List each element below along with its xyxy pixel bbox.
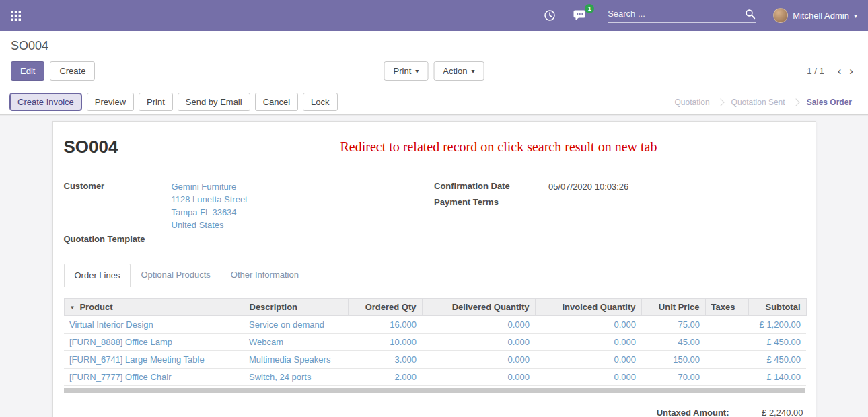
activities-clock-icon[interactable]: [544, 9, 556, 22]
quotation-template-label: Quotation Template: [64, 233, 172, 245]
print-dropdown-label: Print: [394, 66, 412, 76]
cell-invoiced-qty: 0.000: [535, 351, 641, 369]
totals-section: Untaxed Amount: £ 2,240.00: [64, 408, 805, 417]
header-invoiced-quantity: Invoiced Quantity: [535, 299, 641, 316]
table-header-row: ▼Product Description Ordered Qty Deliver…: [64, 299, 806, 316]
tab-other-information[interactable]: Other Information: [221, 264, 309, 287]
horizontal-scrollbar[interactable]: [64, 388, 805, 393]
quotation-template-value: [172, 233, 435, 245]
cell-delivered-qty: 0.000: [422, 369, 535, 386]
cell-invoiced-qty: 0.000: [535, 316, 641, 334]
user-menu[interactable]: Mitchell Admin ▾: [773, 8, 857, 23]
untaxed-amount-value: £ 2,240.00: [729, 408, 803, 417]
print-button[interactable]: Print: [139, 93, 173, 111]
apps-menu-icon[interactable]: [11, 11, 21, 21]
table-row[interactable]: Virtual Interior Design Service on deman…: [64, 316, 806, 334]
tab-order-lines[interactable]: Order Lines: [64, 264, 131, 287]
cell-product[interactable]: [FURN_7777] Office Chair: [64, 369, 244, 386]
cell-product[interactable]: [FURN_6741] Large Meeting Table: [64, 351, 244, 369]
lock-button[interactable]: Lock: [303, 93, 337, 111]
create-button[interactable]: Create: [50, 61, 95, 81]
breadcrumb: SO004: [0, 31, 868, 54]
left-field-group: Customer Gemini Furniture 1128 Lunetta S…: [64, 180, 435, 245]
user-name: Mitchell Admin: [793, 11, 849, 21]
customer-address-line[interactable]: 1128 Lunetta Street: [172, 193, 435, 206]
pager-previous-icon[interactable]: ‹: [834, 65, 846, 78]
cell-unit-price: 150.00: [641, 351, 705, 369]
action-button-row: Edit Create Print ▾ Action ▾ 1 / 1 ‹ ›: [0, 54, 868, 89]
cell-subtotal: £ 450.00: [748, 351, 806, 369]
field-groups: Customer Gemini Furniture 1128 Lunetta S…: [64, 180, 805, 245]
table-row[interactable]: [FURN_7777] Office Chair Switch, 24 port…: [64, 369, 806, 386]
send-by-email-button[interactable]: Send by Email: [178, 93, 250, 111]
cancel-button[interactable]: Cancel: [255, 93, 298, 111]
customer-address-line[interactable]: Tampa FL 33634: [172, 206, 435, 219]
search-input[interactable]: [608, 9, 745, 19]
header-taxes: Taxes: [705, 299, 748, 316]
action-dropdown-label: Action: [443, 66, 467, 76]
edit-button[interactable]: Edit: [11, 61, 44, 81]
customer-value: Gemini Furniture 1128 Lunetta Street Tam…: [172, 180, 435, 231]
header-ordered-qty: Ordered Qty: [348, 299, 422, 316]
cell-ordered-qty: 10.000: [348, 334, 422, 351]
caret-down-icon: ▾: [415, 67, 419, 75]
cell-product[interactable]: Virtual Interior Design: [64, 316, 244, 334]
messages-icon[interactable]: 1: [573, 9, 587, 22]
cell-taxes: [705, 334, 748, 351]
cell-description: Webcam: [244, 334, 348, 351]
pager-count: 1 / 1: [807, 66, 824, 76]
annotation-text: Redirect to related record on click sear…: [340, 139, 657, 155]
cell-invoiced-qty: 0.000: [535, 334, 641, 351]
cell-description: Switch, 24 ports: [244, 369, 348, 386]
untaxed-amount-label: Untaxed Amount:: [657, 408, 729, 417]
center-action-buttons: Print ▾ Action ▾: [384, 61, 484, 81]
order-lines-table: ▼Product Description Ordered Qty Deliver…: [64, 298, 805, 393]
status-step-sales-order[interactable]: Sales Order: [800, 95, 859, 110]
customer-link[interactable]: Gemini Furniture: [172, 180, 435, 193]
messages-badge: 1: [585, 4, 594, 13]
systray: 1 Mitchell Admin ▾: [526, 8, 857, 23]
confirmation-date-value: 05/07/2020 10:03:26: [542, 180, 805, 194]
cell-subtotal: £ 450.00: [748, 334, 806, 351]
preview-button[interactable]: Preview: [87, 93, 134, 111]
cell-invoiced-qty: 0.000: [535, 369, 641, 386]
cell-product[interactable]: [FURN_8888] Office Lamp: [64, 334, 244, 351]
search-icon[interactable]: [745, 9, 756, 20]
avatar: [773, 8, 788, 23]
action-dropdown[interactable]: Action ▾: [433, 61, 484, 81]
cell-unit-price: 70.00: [641, 369, 705, 386]
payment-terms-label: Payment Terms: [434, 196, 542, 211]
header-product-label: Product: [79, 302, 112, 312]
status-step-quotation-sent[interactable]: Quotation Sent: [725, 95, 792, 110]
confirmation-date-label: Confirmation Date: [434, 180, 542, 194]
cell-ordered-qty: 16.000: [348, 316, 422, 334]
payment-terms-value: [542, 196, 805, 211]
table-row[interactable]: [FURN_6741] Large Meeting Table Multimed…: [64, 351, 806, 369]
cell-description: Multimedia Speakers: [244, 351, 348, 369]
tab-optional-products[interactable]: Optional Products: [131, 264, 220, 287]
pager-next-icon[interactable]: ›: [845, 65, 857, 78]
caret-down-icon: ▾: [471, 67, 474, 75]
record-pager: 1 / 1 ‹ ›: [807, 65, 857, 78]
cell-ordered-qty: 3.000: [348, 351, 422, 369]
customer-address-line[interactable]: United States: [172, 219, 435, 231]
step-separator-icon: [792, 98, 799, 106]
cell-description: Service on demand: [244, 316, 348, 334]
global-search: [608, 9, 756, 23]
print-dropdown[interactable]: Print ▾: [384, 61, 429, 81]
header-unit-price: Unit Price: [641, 299, 705, 316]
right-field-group: Confirmation Date 05/07/2020 10:03:26 Pa…: [434, 180, 805, 245]
cell-delivered-qty: 0.000: [422, 316, 535, 334]
header-subtotal: Subtotal: [748, 299, 806, 316]
cell-unit-price: 75.00: [641, 316, 705, 334]
notebook-tabs: Order Lines Optional Products Other Info…: [64, 264, 805, 287]
create-invoice-button[interactable]: Create Invoice: [9, 93, 82, 111]
form-sheet: SO004 Redirect to related record on clic…: [52, 121, 816, 417]
customer-label: Customer: [64, 180, 172, 231]
step-separator-icon: [717, 98, 724, 106]
cell-taxes: [705, 369, 748, 386]
status-step-quotation[interactable]: Quotation: [668, 95, 717, 110]
table-row[interactable]: [FURN_8888] Office Lamp Webcam 10.000 0.…: [64, 334, 806, 351]
expand-caret-icon: ▼: [70, 305, 75, 311]
cell-delivered-qty: 0.000: [422, 334, 535, 351]
